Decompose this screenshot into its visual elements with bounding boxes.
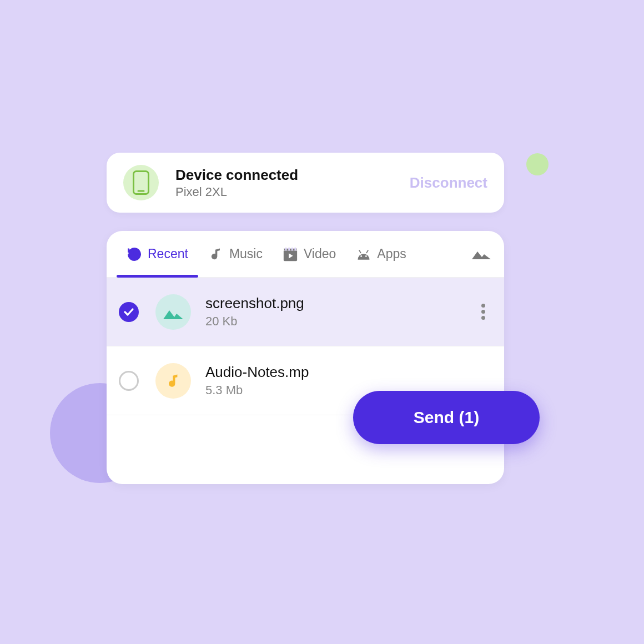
android-icon: [356, 246, 371, 262]
tab-apps[interactable]: Apps: [346, 231, 416, 277]
music-icon: [208, 246, 224, 262]
tab-bar: Recent Music Vid: [107, 231, 504, 278]
tab-label: Apps: [377, 246, 406, 261]
svg-marker-12: [163, 310, 183, 319]
more-button[interactable]: [474, 303, 492, 321]
disconnect-button[interactable]: Disconnect: [410, 174, 487, 192]
tab-music[interactable]: Music: [198, 231, 273, 277]
connection-title: Device connected: [175, 167, 410, 184]
svg-rect-4: [291, 247, 293, 250]
file-thumbnail-music-icon: [155, 363, 191, 399]
video-icon: [283, 246, 298, 262]
file-thumbnail-image-icon: [155, 294, 191, 330]
file-name: Audio-Notes.mp: [205, 364, 492, 381]
svg-line-9: [359, 250, 361, 253]
file-name: screenshot.png: [205, 295, 474, 312]
svg-rect-2: [285, 247, 287, 250]
tab-video[interactable]: Video: [273, 231, 346, 277]
tab-more[interactable]: [472, 247, 494, 261]
svg-point-8: [365, 255, 367, 257]
photos-icon: [472, 247, 491, 261]
file-panel: Recent Music Vid: [107, 231, 504, 484]
decoration-dot: [526, 153, 549, 175]
send-button[interactable]: Send (1): [353, 391, 540, 444]
phone-icon: [123, 165, 159, 200]
tab-recent[interactable]: Recent: [117, 231, 198, 277]
svg-rect-5: [294, 247, 296, 250]
checkbox[interactable]: [119, 371, 139, 391]
tab-label: Video: [304, 246, 336, 261]
tab-label: Recent: [148, 246, 188, 261]
file-row-0[interactable]: screenshot.png 20 Kb: [107, 278, 504, 346]
device-connection-card: Device connected Pixel 2XL Disconnect: [107, 153, 504, 213]
connection-device: Pixel 2XL: [175, 185, 410, 199]
file-size: 20 Kb: [205, 314, 474, 329]
svg-marker-11: [472, 251, 491, 259]
svg-rect-3: [288, 247, 290, 250]
history-icon: [127, 246, 142, 262]
svg-point-7: [361, 255, 363, 257]
svg-line-10: [367, 250, 369, 253]
checkbox[interactable]: [119, 302, 139, 322]
tab-label: Music: [229, 246, 263, 261]
